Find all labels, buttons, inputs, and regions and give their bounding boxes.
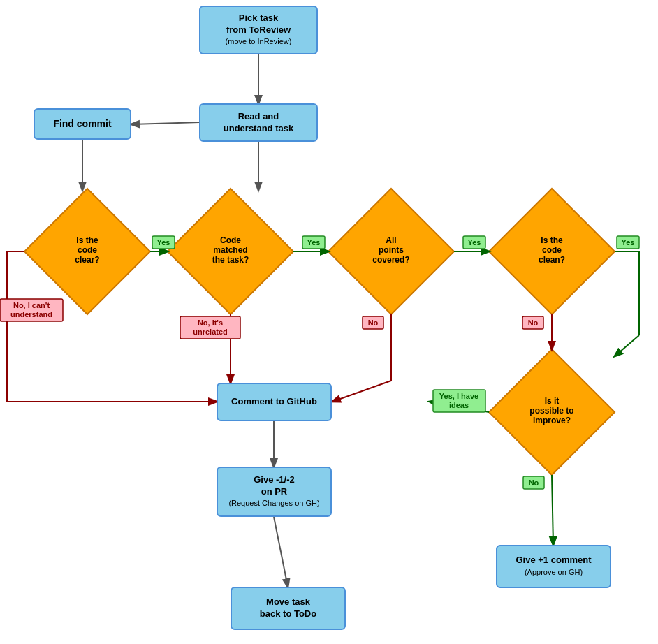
move-back-node: Move taskback to ToDo — [231, 587, 346, 630]
svg-text:Is it: Is it — [545, 396, 560, 406]
svg-text:the task?: the task? — [212, 255, 249, 265]
pick-task-node: Pick taskfrom ToReview (move to InReview… — [199, 6, 318, 54]
svg-text:No, it's: No, it's — [198, 319, 223, 327]
svg-line-1 — [131, 122, 199, 124]
give-plus-label: Give +1 comment (Approve on GH) — [516, 555, 591, 578]
svg-text:possible to: possible to — [529, 406, 573, 416]
svg-text:Yes: Yes — [468, 238, 481, 247]
svg-text:No: No — [529, 478, 539, 487]
svg-text:covered?: covered? — [372, 255, 409, 265]
comment-github-node: Comment to GitHub — [217, 383, 332, 421]
svg-text:All: All — [386, 235, 396, 245]
svg-text:ideas: ideas — [449, 401, 469, 409]
comment-github-label: Comment to GitHub — [231, 396, 317, 408]
svg-text:improve?: improve? — [533, 416, 571, 425]
pick-task-label: Pick taskfrom ToReview (move to InReview… — [226, 13, 292, 48]
read-task-node: Read andunderstand task — [199, 103, 318, 142]
svg-text:points: points — [379, 245, 404, 255]
svg-text:code: code — [78, 245, 97, 255]
give-minus-label: Give -1/-2on PR (Request Changes on GH) — [228, 474, 319, 510]
give-plus-node: Give +1 comment (Approve on GH) — [496, 545, 611, 588]
svg-text:matched: matched — [213, 245, 247, 255]
svg-text:unrelated: unrelated — [193, 328, 228, 336]
svg-line-25 — [615, 335, 639, 356]
svg-text:Yes: Yes — [157, 238, 170, 247]
give-minus-node: Give -1/-2on PR (Request Changes on GH) — [217, 467, 332, 517]
svg-text:Code: Code — [220, 235, 241, 245]
read-task-label: Read andunderstand task — [224, 111, 293, 135]
svg-text:understand: understand — [10, 310, 52, 319]
find-commit-label: Find commit — [53, 117, 111, 130]
svg-text:Is the: Is the — [541, 235, 563, 245]
svg-text:Yes: Yes — [307, 238, 321, 247]
svg-text:No, I can't: No, I can't — [13, 301, 50, 309]
svg-text:No: No — [528, 319, 539, 327]
svg-line-16 — [552, 475, 553, 545]
svg-text:clear?: clear? — [75, 255, 99, 265]
svg-text:Yes, I have: Yes, I have — [439, 392, 478, 400]
svg-line-24 — [274, 517, 288, 587]
move-back-label: Move taskback to ToDo — [260, 597, 316, 620]
svg-text:No: No — [368, 319, 379, 327]
svg-text:Yes: Yes — [622, 238, 635, 247]
svg-line-22 — [332, 381, 391, 402]
svg-text:clean?: clean? — [539, 255, 565, 265]
svg-text:code: code — [542, 245, 562, 255]
find-commit-node: Find commit — [34, 108, 131, 140]
svg-text:Is the: Is the — [76, 235, 98, 245]
